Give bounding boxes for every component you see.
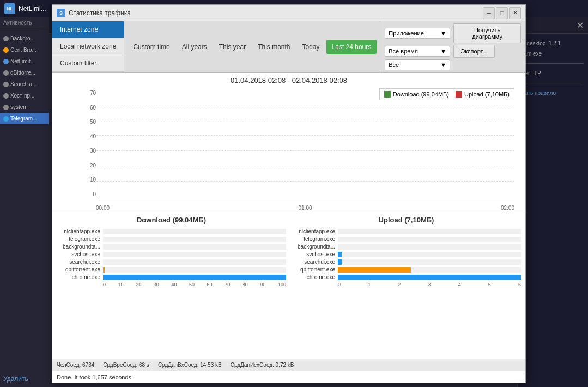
bar-chart-area: Download (99,04МБ) Upload (7,10МБ) 0 10 … bbox=[52, 86, 525, 211]
upload-track-qbittorrent bbox=[338, 267, 521, 273]
upload-row-chrome: chrome.exe bbox=[292, 274, 521, 280]
time-tab-custom[interactable]: Custom time bbox=[128, 40, 175, 54]
download-label-svchost: svchost.exe bbox=[57, 251, 103, 257]
remove-button[interactable]: Удалить bbox=[3, 375, 28, 383]
time-tab-today[interactable]: Today bbox=[297, 40, 325, 54]
dl-xlabel-0: 0 bbox=[103, 282, 106, 287]
download-track-background bbox=[103, 244, 286, 250]
upload-fill-svchost bbox=[338, 252, 342, 257]
time-dropdown-arrow: ▼ bbox=[440, 48, 446, 55]
upload-fill-qbittorrent bbox=[338, 267, 411, 273]
right-action-controls: Приложение ▼ Получить диаграмму Все врем… bbox=[380, 21, 525, 72]
export-button[interactable]: Экспорт... bbox=[453, 45, 494, 58]
y-label-70: 70 bbox=[90, 90, 96, 96]
status-avg-time: СрдВреСоед: 68 s bbox=[103, 362, 149, 368]
ul-xlabel-0: 0 bbox=[338, 282, 341, 287]
traffic-statistics-modal: S Статистика трафика ─ □ ✕ Internet zone… bbox=[52, 4, 526, 383]
zone-tab-localnetwork[interactable]: Local network zone bbox=[52, 38, 124, 55]
sidebar-label-qbittorrent: qBittorre... bbox=[10, 70, 35, 76]
download-row-background: backgroundta... bbox=[57, 244, 286, 250]
sidebar-label-background: Backgro... bbox=[10, 35, 35, 41]
time-tab-last24h[interactable]: Last 24 hours bbox=[326, 40, 377, 54]
sidebar-item-background[interactable]: Backgro... bbox=[0, 33, 49, 44]
app-dropdown[interactable]: Приложение ▼ bbox=[385, 28, 450, 39]
bg-sidebar: Активность Backgro... Cent Bro... NetLim… bbox=[0, 17, 49, 387]
upload-label-svchost: svchost.exe bbox=[292, 251, 338, 257]
time-tabs: Custom time All years This year This mon… bbox=[124, 21, 380, 72]
modal-window-controls: ─ □ ✕ bbox=[483, 7, 521, 19]
sidebar-item-hostprocess[interactable]: Хост-пр... bbox=[0, 90, 49, 101]
grid-line-40 bbox=[96, 135, 514, 136]
grid-lines bbox=[96, 90, 514, 197]
grid-line-30 bbox=[96, 150, 514, 151]
download-chart-title: Download (99,04МБ) bbox=[57, 216, 286, 224]
download-track-chrome bbox=[103, 275, 286, 280]
time-tab-thismonth[interactable]: This month bbox=[252, 40, 295, 54]
bg-header-close-icon[interactable]: ✕ bbox=[577, 20, 584, 31]
time-tab-allyears[interactable]: All years bbox=[177, 40, 213, 54]
get-diagram-button[interactable]: Получить диаграмму bbox=[453, 23, 521, 43]
modal-close-button[interactable]: ✕ bbox=[509, 7, 521, 19]
bg-logo-icon: NL bbox=[4, 3, 15, 14]
upload-track-background bbox=[338, 244, 521, 250]
sidebar-item-telegram[interactable]: Telegram... bbox=[0, 113, 49, 124]
zone-tab-customfilter[interactable]: Custom filter bbox=[52, 55, 124, 72]
y-label-30: 30 bbox=[90, 148, 96, 154]
time-dropdown[interactable]: Все время ▼ bbox=[385, 46, 450, 57]
sidebar-item-search[interactable]: Search a... bbox=[0, 78, 49, 90]
download-fill-qbittorrent bbox=[103, 267, 105, 273]
upload-track-nlclient bbox=[338, 229, 521, 234]
modal-maximize-button[interactable]: □ bbox=[496, 7, 508, 19]
ul-xlabel-6: 6 bbox=[518, 282, 521, 287]
sidebar-item-system[interactable]: system bbox=[0, 101, 49, 113]
upload-label-searchui: searchui.exe bbox=[292, 259, 338, 265]
time-tab-thisyear[interactable]: This year bbox=[214, 40, 251, 54]
activity-label: Активность bbox=[0, 17, 49, 28]
tab-bar: Internet zone Local network zone Custom … bbox=[52, 21, 525, 73]
y-label-50: 50 bbox=[90, 119, 96, 125]
dl-xlabel-90: 90 bbox=[260, 282, 265, 287]
grid-line-20 bbox=[96, 166, 514, 166]
ul-xlabel-5: 5 bbox=[488, 282, 491, 287]
upload-x-labels: 0 1 2 3 4 5 6 bbox=[338, 282, 521, 287]
upload-track-chrome bbox=[338, 275, 521, 280]
download-row-qbittorrent: qbittorrent.exe bbox=[57, 267, 286, 273]
sidebar-item-centbrowser[interactable]: Cent Bro... bbox=[0, 44, 49, 56]
sidebar-item-qbittorrent[interactable]: qBittorre... bbox=[0, 67, 49, 78]
upload-row-qbittorrent: qbittorrent.exe bbox=[292, 267, 521, 273]
status-avg-in: СрдДанВхСоед: 14,53 kB bbox=[158, 362, 222, 368]
dropdown-filter-row: Все ▼ bbox=[385, 59, 521, 70]
modal-title: Статистика трафика bbox=[69, 9, 483, 17]
upload-chart: nlclientapp.exe telegram.exe backgroundt… bbox=[292, 228, 521, 337]
filter-dropdown-arrow: ▼ bbox=[440, 62, 446, 68]
right-panel-create-rule[interactable]: вать правило bbox=[522, 88, 584, 98]
right-panel: mdesktop_1.2.1 ram.exe ger LLP вать прав… bbox=[517, 34, 588, 387]
dl-xlabel-80: 80 bbox=[243, 282, 248, 287]
download-label-qbittorrent: qbittorrent.exe bbox=[57, 267, 103, 273]
status-connections: ЧслСоед: 6734 bbox=[57, 362, 94, 368]
modal-title-icon: S bbox=[57, 9, 65, 17]
upload-label-nlclient: nlclientapp.exe bbox=[292, 228, 338, 234]
dl-xlabel-20: 20 bbox=[136, 282, 141, 287]
upload-label-telegram: telegram.exe bbox=[292, 236, 338, 242]
done-bar: Done. It took 1,657 seconds. bbox=[52, 371, 525, 383]
upload-label-background: backgroundta... bbox=[292, 244, 338, 250]
dropdown-time-row: Все время ▼ Экспорт... bbox=[385, 45, 521, 58]
grid-line-60 bbox=[96, 105, 514, 105]
x-label-0000: 00:00 bbox=[96, 205, 110, 211]
upload-label-chrome: chrome.exe bbox=[292, 274, 338, 280]
modal-minimize-button[interactable]: ─ bbox=[483, 7, 495, 19]
upload-fill-searchui bbox=[338, 259, 342, 265]
sidebar-item-netlimit[interactable]: NetLimit... bbox=[0, 56, 49, 67]
zone-tab-internet[interactable]: Internet zone bbox=[52, 21, 124, 38]
sidebar-label-centbrowser: Cent Bro... bbox=[10, 47, 37, 53]
y-label-10: 10 bbox=[90, 177, 96, 183]
download-label-searchui: searchui.exe bbox=[57, 259, 103, 265]
x-axis-labels: 00:00 01:00 02:00 bbox=[96, 204, 514, 211]
filter-dropdown[interactable]: Все ▼ bbox=[385, 59, 450, 70]
x-label-0100: 01:00 bbox=[298, 205, 312, 211]
download-row-telegram: telegram.exe bbox=[57, 236, 286, 242]
y-label-40: 40 bbox=[90, 134, 96, 140]
time-tabs-row: Custom time All years This year This mon… bbox=[124, 21, 525, 72]
sidebar-label-hostprocess: Хост-пр... bbox=[10, 93, 34, 99]
